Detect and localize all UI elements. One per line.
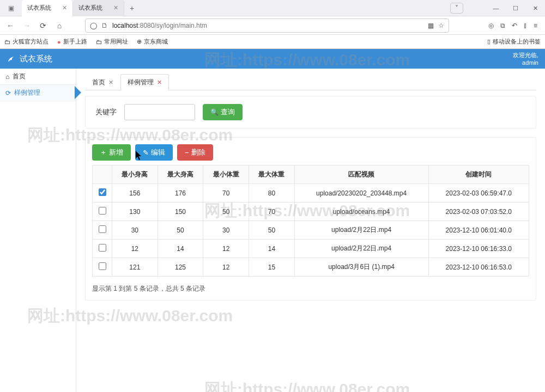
col-video: 匹配视频 xyxy=(294,166,428,184)
sidebar-item-home[interactable]: ⌂ 首页 xyxy=(0,69,76,85)
browser-tab-1[interactable]: 试衣系统 ✕ xyxy=(22,0,73,16)
cell-created: 2023-12-10 06:01:40.0 xyxy=(428,221,529,240)
cell-video: upload/3月6日 (1).mp4 xyxy=(294,258,428,277)
keyword-input[interactable] xyxy=(124,104,195,120)
url-path: /sy/login/main.htm xyxy=(154,22,207,29)
edit-button[interactable]: ✎ 编辑 xyxy=(135,144,173,161)
shield-icon: ◯ xyxy=(90,22,97,29)
cell-min-w: 12 xyxy=(203,258,249,277)
bookmark-label: 新手上路 xyxy=(63,38,87,46)
bookmark-item[interactable]: ●新手上路 xyxy=(57,38,87,46)
col-created: 创建时间 xyxy=(428,166,529,184)
col-min-height: 最小身高 xyxy=(112,166,158,184)
cell-min-h: 30 xyxy=(112,221,158,240)
tabs-dropdown-button[interactable]: ˅ xyxy=(450,3,463,14)
cell-max-w: 14 xyxy=(249,240,295,258)
maximize-icon[interactable]: ☐ xyxy=(506,0,525,16)
mobile-bookmarks[interactable]: ▯移动设备上的书签 xyxy=(487,38,541,46)
bookmark-item[interactable]: 🗀常用网址 xyxy=(96,38,128,46)
search-icon: 🔍 xyxy=(210,108,219,116)
cell-max-h: 176 xyxy=(158,184,203,203)
close-icon[interactable]: ✕ xyxy=(102,4,118,11)
row-checkbox[interactable] xyxy=(99,262,106,270)
delete-button[interactable]: − 删除 xyxy=(177,144,213,161)
forward-button[interactable]: → xyxy=(20,19,34,33)
tab-sample-mgmt[interactable]: 样例管理 ✕ xyxy=(120,74,169,90)
close-icon[interactable]: ✕ xyxy=(157,79,162,86)
cell-max-h: 125 xyxy=(158,258,203,277)
bookmark-item[interactable]: 🗀火狐官方站点 xyxy=(4,38,49,46)
cell-max-w: 50 xyxy=(249,221,295,240)
sidebar-item-sample-mgmt[interactable]: ⟳ 样例管理 xyxy=(0,85,76,101)
col-max-weight: 最大体重 xyxy=(249,166,295,184)
pagination-info: 显示第 1 到第 5 条记录，总共 5 条记录 xyxy=(92,284,529,293)
browser-nav-bar: ← → ⟳ ⌂ ◯ 🗋 localhost:8080/sy/login/main… xyxy=(0,16,545,35)
row-checkbox[interactable] xyxy=(99,207,106,215)
sidebar-item-label: 首页 xyxy=(13,72,26,81)
bookmark-item[interactable]: ⊕京东商城 xyxy=(137,38,168,46)
add-button[interactable]: ＋ 新增 xyxy=(92,144,131,161)
cell-created: 2023-12-10 06:16:33.0 xyxy=(428,240,529,258)
cell-min-h: 121 xyxy=(112,258,158,277)
tab-home[interactable]: 首页 ✕ xyxy=(85,74,120,90)
checkbox-header xyxy=(93,166,112,184)
row-checkbox[interactable] xyxy=(99,244,106,252)
col-max-height: 最大身高 xyxy=(158,166,203,184)
bookmark-label: 火狐官方站点 xyxy=(13,38,49,46)
back-button[interactable]: ← xyxy=(3,19,17,33)
home-button[interactable]: ⌂ xyxy=(52,19,66,33)
cell-max-w: 70 xyxy=(249,203,295,221)
close-icon[interactable]: ✕ xyxy=(51,4,67,11)
action-row: ＋ 新增 ✎ 编辑 − 删除 xyxy=(92,144,529,161)
cell-video: upload/oceans.mp4 xyxy=(294,203,428,221)
close-icon[interactable]: ✕ xyxy=(108,79,113,86)
sidebar: ⌂ 首页 ⟳ 样例管理 xyxy=(0,69,76,392)
row-checkbox[interactable] xyxy=(99,188,106,196)
home-icon: ⌂ xyxy=(5,73,9,81)
query-button[interactable]: 🔍 查询 xyxy=(203,104,243,120)
app-logo: 试衣系统 xyxy=(7,53,52,65)
browser-tab-strip: ▣ 试衣系统 ✕ 试衣系统 ✕ + ˅ — ☐ ✕ xyxy=(0,0,545,16)
cell-video: upload/2月22日.mp4 xyxy=(294,240,428,258)
bookmarks-bar: 🗀火狐官方站点 ●新手上路 🗀常用网址 ⊕京东商城 ▯移动设备上的书签 xyxy=(0,35,545,49)
bookmark-label: 移动设备上的书签 xyxy=(493,38,541,46)
cell-min-w: 12 xyxy=(203,240,249,258)
lock-icon: 🗋 xyxy=(101,22,108,29)
extensions-icon[interactable]: ⧉ xyxy=(500,22,505,29)
reader-icon[interactable]: ▦ xyxy=(428,22,434,29)
cell-min-h: 12 xyxy=(112,240,158,258)
cell-video: upload/20230202_203448.mp4 xyxy=(294,184,428,203)
welcome-line: 欢迎光临, xyxy=(513,51,538,59)
browser-tab-2[interactable]: 试衣系统 ✕ xyxy=(73,0,124,16)
minimize-icon[interactable]: — xyxy=(486,0,506,16)
cell-min-h: 130 xyxy=(112,203,158,221)
account-icon[interactable]: ◎ xyxy=(488,22,494,29)
app-title: 试衣系统 xyxy=(20,54,52,64)
new-tab-button[interactable]: + xyxy=(124,4,140,13)
history-icon[interactable]: ↶ xyxy=(512,22,517,29)
bookmark-star-icon[interactable]: ☆ xyxy=(438,22,444,29)
cell-min-w: 70 xyxy=(203,184,249,203)
reload-button[interactable]: ⟳ xyxy=(36,19,50,33)
row-checkbox[interactable] xyxy=(99,225,106,233)
library-icon[interactable]: ⫿ xyxy=(524,22,527,29)
url-port: :8080 xyxy=(138,22,154,29)
minus-icon: − xyxy=(185,149,189,157)
table-row: 1301505070upload/oceans.mp42023-02-03 07… xyxy=(93,203,529,221)
welcome-text: 欢迎光临, admin xyxy=(513,51,538,67)
button-label: 删除 xyxy=(191,148,205,157)
table-header-row: 最小身高 最大身高 最小体重 最大体重 匹配视频 创建时间 xyxy=(93,166,529,184)
close-window-icon[interactable]: ✕ xyxy=(525,0,545,16)
search-panel: 关键字 🔍 查询 xyxy=(85,96,536,128)
table-row: 30503050upload/2月22日.mp42023-12-10 06:01… xyxy=(93,221,529,240)
col-min-weight: 最小体重 xyxy=(203,166,249,184)
url-bar[interactable]: ◯ 🗋 localhost:8080/sy/login/main.htm ▦ ☆ xyxy=(85,19,449,33)
cell-max-h: 14 xyxy=(158,240,203,258)
tab-label: 首页 xyxy=(92,78,105,87)
edit-icon: ✎ xyxy=(143,149,149,157)
bookmark-label: 京东商城 xyxy=(144,38,168,46)
data-table: 最小身高 最大身高 最小体重 最大体重 匹配视频 创建时间 1561767080… xyxy=(92,165,529,277)
active-arrow-icon xyxy=(75,86,81,99)
menu-icon[interactable]: ≡ xyxy=(534,22,537,29)
cell-video: upload/2月22日.mp4 xyxy=(294,221,428,240)
